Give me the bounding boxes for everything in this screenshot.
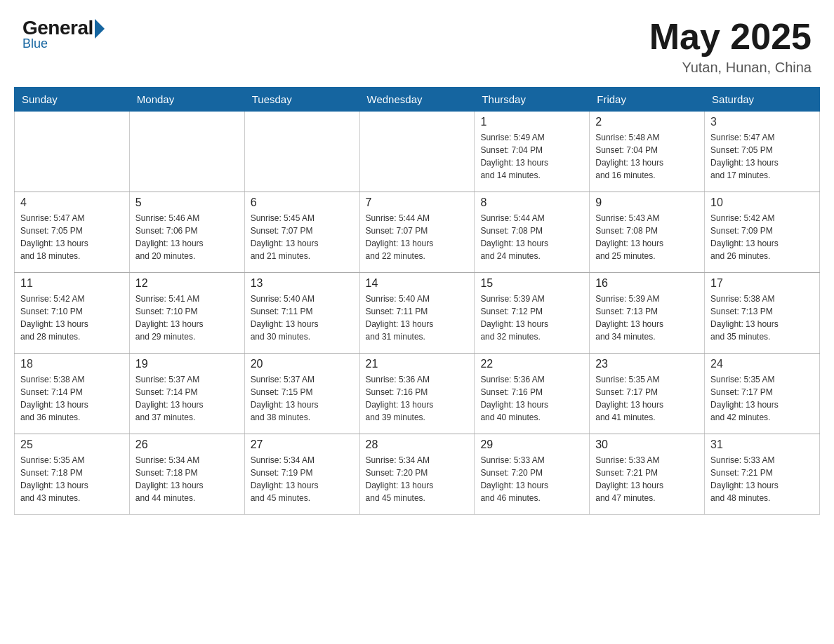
calendar-cell: 16Sunrise: 5:39 AMSunset: 7:13 PMDayligh… xyxy=(590,273,705,354)
logo-blue-text: Blue xyxy=(22,36,48,51)
day-number: 15 xyxy=(480,277,583,290)
calendar-cell: 1Sunrise: 5:49 AMSunset: 7:04 PMDaylight… xyxy=(475,112,590,192)
day-of-week-header: Wednesday xyxy=(359,88,475,112)
day-number: 8 xyxy=(480,196,583,209)
calendar-header-row: SundayMondayTuesdayWednesdayThursdayFrid… xyxy=(15,88,820,112)
day-number: 19 xyxy=(135,358,239,370)
day-info: Sunrise: 5:41 AMSunset: 7:10 PMDaylight:… xyxy=(135,293,239,343)
day-number: 17 xyxy=(710,277,814,290)
day-info: Sunrise: 5:47 AMSunset: 7:05 PMDaylight:… xyxy=(710,131,814,182)
logo: General Blue xyxy=(22,17,105,51)
calendar-cell xyxy=(359,112,475,192)
day-info: Sunrise: 5:37 AMSunset: 7:15 PMDaylight:… xyxy=(251,373,354,424)
day-info: Sunrise: 5:33 AMSunset: 7:21 PMDaylight:… xyxy=(595,454,699,504)
day-info: Sunrise: 5:35 AMSunset: 7:17 PMDaylight:… xyxy=(595,373,699,424)
day-of-week-header: Thursday xyxy=(475,88,590,112)
calendar-week-row: 18Sunrise: 5:38 AMSunset: 7:14 PMDayligh… xyxy=(15,354,820,434)
day-number: 26 xyxy=(135,438,239,451)
logo-arrow-icon xyxy=(95,19,105,39)
day-info: Sunrise: 5:36 AMSunset: 7:16 PMDaylight:… xyxy=(366,373,469,424)
calendar-cell: 2Sunrise: 5:48 AMSunset: 7:04 PMDaylight… xyxy=(590,112,705,192)
calendar-cell: 11Sunrise: 5:42 AMSunset: 7:10 PMDayligh… xyxy=(15,273,130,354)
calendar-cell: 3Sunrise: 5:47 AMSunset: 7:05 PMDaylight… xyxy=(705,112,820,192)
day-info: Sunrise: 5:46 AMSunset: 7:06 PMDaylight:… xyxy=(135,212,239,262)
calendar-cell: 26Sunrise: 5:34 AMSunset: 7:18 PMDayligh… xyxy=(129,434,244,515)
day-info: Sunrise: 5:33 AMSunset: 7:20 PMDaylight:… xyxy=(480,454,583,504)
day-of-week-header: Friday xyxy=(590,88,705,112)
calendar-cell: 21Sunrise: 5:36 AMSunset: 7:16 PMDayligh… xyxy=(359,354,475,434)
day-number: 4 xyxy=(20,196,124,209)
day-info: Sunrise: 5:38 AMSunset: 7:14 PMDaylight:… xyxy=(20,373,124,424)
day-of-week-header: Sunday xyxy=(15,88,130,112)
calendar-week-row: 25Sunrise: 5:35 AMSunset: 7:18 PMDayligh… xyxy=(15,434,820,515)
day-info: Sunrise: 5:40 AMSunset: 7:11 PMDaylight:… xyxy=(251,293,354,343)
day-of-week-header: Saturday xyxy=(705,88,820,112)
day-info: Sunrise: 5:34 AMSunset: 7:20 PMDaylight:… xyxy=(366,454,469,504)
calendar-week-row: 1Sunrise: 5:49 AMSunset: 7:04 PMDaylight… xyxy=(15,112,820,192)
day-number: 28 xyxy=(366,438,469,451)
day-number: 6 xyxy=(251,196,354,209)
calendar-cell: 15Sunrise: 5:39 AMSunset: 7:12 PMDayligh… xyxy=(475,273,590,354)
day-number: 7 xyxy=(366,196,469,209)
day-number: 2 xyxy=(595,116,699,128)
day-number: 20 xyxy=(251,358,354,370)
month-title: May 2025 xyxy=(649,17,812,57)
day-info: Sunrise: 5:47 AMSunset: 7:05 PMDaylight:… xyxy=(20,212,124,262)
day-number: 27 xyxy=(251,438,354,451)
calendar-cell: 8Sunrise: 5:44 AMSunset: 7:08 PMDaylight… xyxy=(475,192,590,273)
day-info: Sunrise: 5:39 AMSunset: 7:13 PMDaylight:… xyxy=(595,293,699,343)
calendar-cell: 18Sunrise: 5:38 AMSunset: 7:14 PMDayligh… xyxy=(15,354,130,434)
day-number: 12 xyxy=(135,277,239,290)
calendar-cell xyxy=(244,112,359,192)
day-number: 3 xyxy=(710,116,814,128)
calendar-cell: 5Sunrise: 5:46 AMSunset: 7:06 PMDaylight… xyxy=(129,192,244,273)
calendar-cell: 14Sunrise: 5:40 AMSunset: 7:11 PMDayligh… xyxy=(359,273,475,354)
calendar-cell: 29Sunrise: 5:33 AMSunset: 7:20 PMDayligh… xyxy=(475,434,590,515)
calendar-cell: 13Sunrise: 5:40 AMSunset: 7:11 PMDayligh… xyxy=(244,273,359,354)
day-info: Sunrise: 5:34 AMSunset: 7:18 PMDaylight:… xyxy=(135,454,239,504)
calendar-cell: 28Sunrise: 5:34 AMSunset: 7:20 PMDayligh… xyxy=(359,434,475,515)
calendar-week-row: 4Sunrise: 5:47 AMSunset: 7:05 PMDaylight… xyxy=(15,192,820,273)
day-number: 10 xyxy=(710,196,814,209)
calendar-cell: 24Sunrise: 5:35 AMSunset: 7:17 PMDayligh… xyxy=(705,354,820,434)
day-info: Sunrise: 5:33 AMSunset: 7:21 PMDaylight:… xyxy=(710,454,814,504)
calendar-cell: 25Sunrise: 5:35 AMSunset: 7:18 PMDayligh… xyxy=(15,434,130,515)
calendar-cell: 12Sunrise: 5:41 AMSunset: 7:10 PMDayligh… xyxy=(129,273,244,354)
day-number: 22 xyxy=(480,358,583,370)
calendar-cell: 4Sunrise: 5:47 AMSunset: 7:05 PMDaylight… xyxy=(15,192,130,273)
day-number: 30 xyxy=(595,438,699,451)
calendar-cell: 7Sunrise: 5:44 AMSunset: 7:07 PMDaylight… xyxy=(359,192,475,273)
calendar-cell: 19Sunrise: 5:37 AMSunset: 7:14 PMDayligh… xyxy=(129,354,244,434)
day-number: 11 xyxy=(20,277,124,290)
day-number: 21 xyxy=(366,358,469,370)
day-info: Sunrise: 5:48 AMSunset: 7:04 PMDaylight:… xyxy=(595,131,699,182)
calendar-cell: 31Sunrise: 5:33 AMSunset: 7:21 PMDayligh… xyxy=(705,434,820,515)
calendar-cell xyxy=(15,112,130,192)
day-info: Sunrise: 5:49 AMSunset: 7:04 PMDaylight:… xyxy=(480,131,583,182)
calendar-cell: 22Sunrise: 5:36 AMSunset: 7:16 PMDayligh… xyxy=(475,354,590,434)
calendar-cell: 6Sunrise: 5:45 AMSunset: 7:07 PMDaylight… xyxy=(244,192,359,273)
title-area: May 2025 Yutan, Hunan, China xyxy=(649,17,812,76)
day-info: Sunrise: 5:45 AMSunset: 7:07 PMDaylight:… xyxy=(251,212,354,262)
calendar-cell: 23Sunrise: 5:35 AMSunset: 7:17 PMDayligh… xyxy=(590,354,705,434)
calendar-cell: 10Sunrise: 5:42 AMSunset: 7:09 PMDayligh… xyxy=(705,192,820,273)
day-info: Sunrise: 5:35 AMSunset: 7:17 PMDaylight:… xyxy=(710,373,814,424)
day-number: 23 xyxy=(595,358,699,370)
day-info: Sunrise: 5:44 AMSunset: 7:08 PMDaylight:… xyxy=(480,212,583,262)
calendar-cell xyxy=(129,112,244,192)
day-number: 9 xyxy=(595,196,699,209)
day-of-week-header: Monday xyxy=(129,88,244,112)
calendar-table: SundayMondayTuesdayWednesdayThursdayFrid… xyxy=(14,87,820,515)
day-number: 5 xyxy=(135,196,239,209)
day-info: Sunrise: 5:42 AMSunset: 7:10 PMDaylight:… xyxy=(20,293,124,343)
calendar-cell: 17Sunrise: 5:38 AMSunset: 7:13 PMDayligh… xyxy=(705,273,820,354)
day-of-week-header: Tuesday xyxy=(244,88,359,112)
day-number: 13 xyxy=(251,277,354,290)
day-number: 31 xyxy=(710,438,814,451)
day-info: Sunrise: 5:43 AMSunset: 7:08 PMDaylight:… xyxy=(595,212,699,262)
day-number: 14 xyxy=(366,277,469,290)
day-info: Sunrise: 5:44 AMSunset: 7:07 PMDaylight:… xyxy=(366,212,469,262)
day-number: 18 xyxy=(20,358,124,370)
day-info: Sunrise: 5:40 AMSunset: 7:11 PMDaylight:… xyxy=(366,293,469,343)
calendar-cell: 30Sunrise: 5:33 AMSunset: 7:21 PMDayligh… xyxy=(590,434,705,515)
